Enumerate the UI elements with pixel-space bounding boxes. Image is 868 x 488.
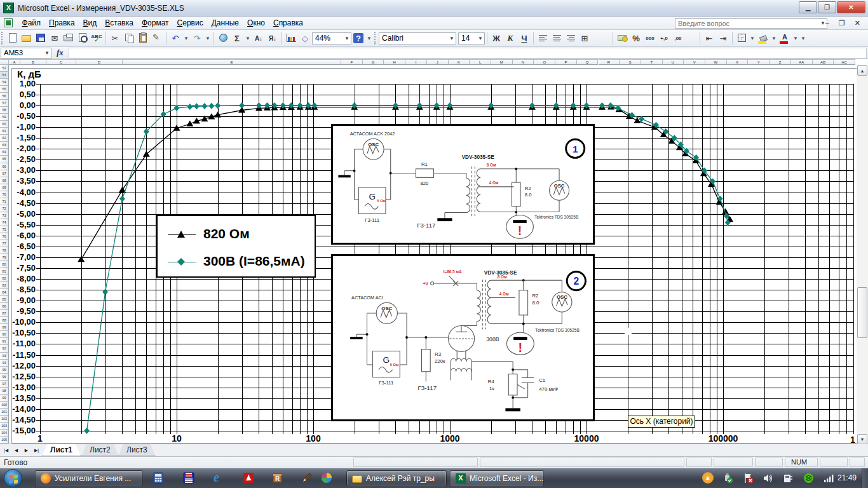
usb-tray-icon[interactable]	[722, 473, 733, 484]
column-header-Y[interactable]: Y	[748, 59, 770, 65]
tab-last-button[interactable]: ▶|	[32, 445, 41, 455]
font-color-dropdown[interactable]: ▼	[792, 32, 799, 45]
save-icon[interactable]	[34, 32, 48, 45]
currency-icon[interactable]	[615, 32, 629, 45]
menu-1[interactable]: Правка	[45, 17, 79, 29]
workbook-window-controls[interactable]: – ❐ ✕	[825, 19, 864, 27]
column-header-O[interactable]: O	[534, 59, 555, 65]
column-header-N[interactable]: N	[513, 59, 534, 65]
row-header-105[interactable]: 105	[0, 437, 9, 444]
close-button[interactable]: ✕	[837, 1, 865, 13]
bold-icon[interactable]: Ж	[489, 32, 503, 45]
column-header-G[interactable]: G	[363, 59, 384, 65]
hyperlink-icon[interactable]	[216, 32, 230, 45]
menu-5[interactable]: Сервис	[173, 17, 207, 29]
column-header-M[interactable]: M	[491, 59, 513, 65]
align-right-icon[interactable]	[564, 32, 578, 45]
format-painter-icon[interactable]	[150, 32, 164, 45]
column-header-AA[interactable]: AA	[791, 59, 813, 65]
sheet-tab-Лист2[interactable]: Лист2	[81, 444, 119, 456]
row-header-53[interactable]: 53	[0, 72, 9, 79]
chart-legend[interactable]: 820 Ом 300В (I=86,5мА)	[156, 215, 316, 278]
increase-indent-icon[interactable]: ⇥	[716, 32, 730, 45]
print-preview-icon[interactable]	[76, 32, 90, 45]
percent-icon[interactable]: %	[629, 32, 643, 45]
font-color-icon[interactable]: A	[778, 32, 792, 45]
taskbar-button-folder[interactable]: Алексей Рэй тр_ры	[346, 470, 447, 486]
increase-decimal-icon[interactable]: +,0	[657, 32, 671, 45]
antivirus-tray-icon[interactable]	[803, 473, 814, 484]
decrease-decimal-icon[interactable]: ,00	[671, 32, 685, 45]
row-header-52[interactable]: 52	[0, 65, 9, 72]
tray-expand-icon[interactable]: ▲	[702, 472, 714, 484]
borders-icon[interactable]	[735, 32, 749, 45]
column-header-L[interactable]: L	[470, 59, 491, 65]
r-cube-icon[interactable]: R	[272, 472, 283, 484]
fx-icon[interactable]: fx	[57, 48, 64, 58]
column-header-S[interactable]: S	[620, 59, 641, 65]
sheet-tab-Лист3[interactable]: Лист3	[118, 444, 156, 456]
cut-icon[interactable]: ✂	[108, 32, 122, 45]
taskbar-button-excel[interactable]: X Microsoft Excel - Из...	[450, 470, 544, 486]
taskbar-button-firefox[interactable]: Усилители Евгения ...	[35, 470, 143, 486]
align-left-icon[interactable]	[536, 32, 550, 45]
menu-4[interactable]: Формат	[137, 17, 173, 29]
column-header-R[interactable]: R	[599, 59, 620, 65]
tab-next-button[interactable]: ▶	[22, 445, 31, 455]
scroll-up-button[interactable]: ▲	[857, 65, 867, 76]
align-center-icon[interactable]	[550, 32, 564, 45]
undo-dropdown[interactable]: ▼	[182, 32, 190, 45]
thousands-icon[interactable]: 000	[643, 32, 657, 45]
clock[interactable]: 21:49	[837, 473, 857, 482]
select-all-corner[interactable]	[0, 59, 9, 65]
menu-3[interactable]: Вставка	[101, 17, 138, 29]
calculator-icon[interactable]	[153, 472, 164, 484]
column-header-Q[interactable]: Q	[577, 59, 599, 65]
tab-first-button[interactable]: |◀	[1, 445, 11, 455]
floppy-icon[interactable]	[183, 472, 194, 484]
column-header-C[interactable]: C	[46, 59, 76, 65]
adobe-reader-icon[interactable]	[243, 472, 254, 484]
copy-icon[interactable]	[122, 32, 136, 45]
column-header-AB[interactable]: AB	[813, 59, 834, 65]
sort-descending-icon[interactable]: Я↓	[266, 32, 280, 45]
column-header-A[interactable]: A	[9, 59, 20, 65]
column-header-F[interactable]: F	[341, 59, 363, 65]
menu-0[interactable]: Файл	[18, 17, 45, 29]
sheet-tab-Лист1[interactable]: Лист1	[42, 444, 81, 456]
print-icon[interactable]	[62, 32, 76, 45]
fill-color-icon[interactable]	[756, 32, 770, 45]
italic-icon[interactable]: К	[503, 32, 517, 45]
toolbar-grip[interactable]	[1, 32, 4, 44]
font-combo[interactable]: Calibri▼	[379, 32, 456, 44]
drawing-icon[interactable]: ◇	[298, 32, 312, 45]
action-center-flag-icon[interactable]	[743, 473, 754, 484]
scroll-down-button[interactable]: ▼	[857, 434, 867, 444]
paste-icon[interactable]	[136, 32, 150, 45]
font-size-combo[interactable]: 14▼	[458, 32, 485, 44]
mail-icon[interactable]: ✉	[48, 32, 62, 45]
autosum-icon[interactable]: Σ	[230, 32, 244, 45]
column-header-K[interactable]: K	[449, 59, 470, 65]
menu-6[interactable]: Данные	[207, 17, 243, 29]
start-button[interactable]	[4, 469, 22, 487]
axis-selection-handle[interactable]	[625, 328, 632, 335]
speaker-tray-icon[interactable]	[763, 473, 773, 484]
fill-color-dropdown[interactable]: ▼	[770, 32, 778, 45]
chart-wizard-icon[interactable]	[284, 32, 298, 45]
merge-center-icon[interactable]: ⊞	[578, 32, 592, 45]
menu-8[interactable]: Справка	[269, 17, 307, 29]
column-header-E[interactable]: E	[123, 59, 341, 65]
power-plug-tray-icon[interactable]	[783, 473, 794, 484]
column-header-I[interactable]: I	[405, 59, 427, 65]
vertical-scroll-thumb[interactable]	[857, 287, 867, 338]
show-desktop-button[interactable]	[862, 468, 868, 488]
column-header-AC[interactable]: AC	[834, 59, 855, 65]
formula-input[interactable]	[69, 48, 867, 58]
tab-prev-button[interactable]: ◀	[11, 445, 21, 455]
open-icon[interactable]	[20, 32, 34, 45]
title-bar[interactable]: X Microsoft Excel - Измерения_VDV-3035-S…	[0, 0, 868, 17]
column-header-H[interactable]: H	[384, 59, 405, 65]
column-header-U[interactable]: U	[663, 59, 684, 65]
toolbar-options-1[interactable]: ▼	[365, 32, 373, 45]
